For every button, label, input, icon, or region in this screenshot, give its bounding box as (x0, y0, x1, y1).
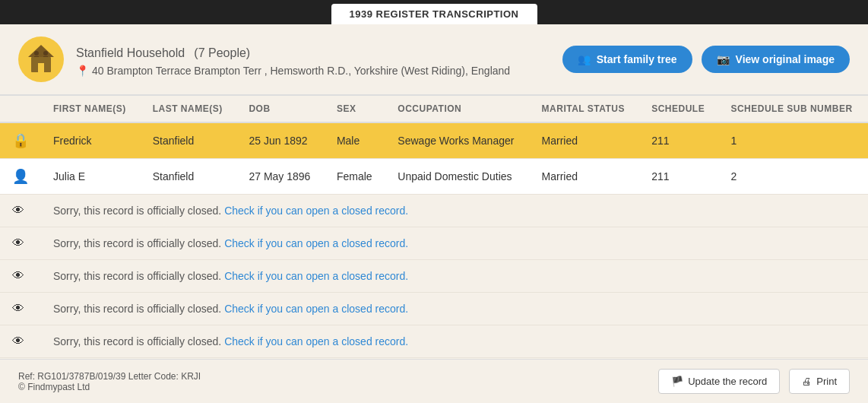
col-occupation: Occupation (385, 96, 529, 123)
flag-icon: 🏴 (671, 376, 683, 387)
row-icon: 👤 (0, 159, 41, 195)
table-row: 👤 Julia E Stanfield 27 May 1896 Female U… (0, 159, 868, 195)
svg-marker-1 (28, 45, 54, 57)
col-marital-status: Marital Status (530, 96, 640, 123)
svg-rect-6 (43, 56, 48, 57)
table-body: 🔒 Fredrick Stanfield 25 Jun 1892 Male Se… (0, 122, 868, 358)
table-row: 👁 Sorry, this record is officially close… (0, 195, 868, 227)
view-original-image-button[interactable]: 📷 View original image (702, 46, 850, 73)
print-button[interactable]: 🖨 Print (789, 369, 850, 394)
closed-record-cell: Sorry, this record is officially closed.… (41, 195, 868, 227)
person-icon: 👤 (12, 169, 29, 184)
eye-icon: 👁 (12, 269, 24, 282)
household-name: Stanfield Household (7 People) (76, 42, 510, 62)
first-name-cell: Fredrick (41, 122, 141, 159)
col-last-name: Last Name(s) (141, 96, 237, 123)
marital-status-cell: Married (530, 159, 640, 195)
last-name-cell: Stanfield (141, 159, 237, 195)
row-icon: 👁 (0, 293, 41, 325)
household-icon (18, 36, 64, 82)
eye-icon: 👁 (12, 302, 24, 315)
eye-icon: 👁 (12, 335, 24, 347)
closed-record-cell: Sorry, this record is officially closed.… (41, 293, 868, 325)
eye-icon: 👁 (12, 204, 24, 217)
schedule-sub-cell: 1 (718, 122, 868, 159)
marital-status-cell: Married (530, 122, 640, 159)
start-family-tree-button[interactable]: 👥 Start family tree (562, 46, 692, 73)
header-buttons: 👥 Start family tree 📷 View original imag… (562, 46, 850, 73)
update-record-button[interactable]: 🏴 Update the record (658, 369, 780, 394)
col-schedule-sub: Schedule Sub Number (718, 96, 868, 123)
occupation-cell: Sewage Works Manager (385, 122, 529, 159)
sex-cell: Female (325, 159, 385, 195)
row-icon: 👁 (0, 227, 41, 260)
closed-record-cell: Sorry, this record is officially closed.… (41, 325, 868, 358)
printer-icon: 🖨 (802, 376, 812, 387)
check-closed-record-link[interactable]: Check if you can open a closed record. (224, 270, 408, 282)
household-info: Stanfield Household (7 People) 📍 40 Bram… (76, 42, 510, 77)
row-icon: 👁 (0, 195, 41, 227)
schedule-cell: 211 (639, 159, 718, 195)
top-tab: 1939 REGISTER TRANSCRIPTION (331, 4, 537, 24)
col-dob: DOB (236, 96, 324, 123)
closed-record-cell: Sorry, this record is officially closed.… (41, 260, 868, 293)
lock-icon: 🔒 (12, 133, 29, 148)
col-first-name: First Name(s) (41, 96, 141, 123)
closed-record-cell: Sorry, this record is officially closed.… (41, 227, 868, 260)
sex-cell: Male (325, 122, 385, 159)
location-icon: 📍 (76, 65, 89, 77)
dob-cell: 25 Jun 1892 (236, 122, 324, 159)
household-count: (7 People) (194, 46, 250, 59)
row-icon: 👁 (0, 260, 41, 293)
check-closed-record-link[interactable]: Check if you can open a closed record. (224, 237, 408, 249)
table-row: 👁 Sorry, this record is officially close… (0, 260, 868, 293)
table-row: 👁 Sorry, this record is officially close… (0, 293, 868, 325)
family-tree-icon: 👥 (578, 53, 591, 65)
table-row: 👁 Sorry, this record is officially close… (0, 227, 868, 260)
check-closed-record-link[interactable]: Check if you can open a closed record. (224, 205, 408, 217)
header-section: Stanfield Household (7 People) 📍 40 Bram… (0, 24, 868, 95)
occupation-cell: Unpaid Domestic Duties (385, 159, 529, 195)
footer-right: 🏴 Update the record 🖨 Print (658, 369, 850, 394)
records-table: First Name(s) Last Name(s) DOB Sex Occup… (0, 95, 868, 358)
header-left: Stanfield Household (7 People) 📍 40 Bram… (18, 36, 510, 82)
ref-text: Ref: RG101/3787B/019/39 Letter Code: KRJ… (18, 371, 201, 382)
schedule-sub-cell: 2 (718, 159, 868, 195)
camera-icon: 📷 (717, 53, 730, 65)
table-header: First Name(s) Last Name(s) DOB Sex Occup… (0, 96, 868, 123)
footer-left: Ref: RG101/3787B/019/39 Letter Code: KRJ… (18, 371, 201, 392)
footer-section: Ref: RG101/3787B/019/39 Letter Code: KRJ… (0, 359, 868, 403)
last-name-cell: Stanfield (141, 122, 237, 159)
col-sex: Sex (325, 96, 385, 123)
col-icon (0, 96, 41, 123)
eye-icon: 👁 (12, 236, 24, 249)
dob-cell: 27 May 1896 (236, 159, 324, 195)
copyright-text: © Findmypast Ltd (18, 382, 201, 392)
svg-point-4 (43, 51, 48, 56)
check-closed-record-link[interactable]: Check if you can open a closed record. (224, 335, 408, 347)
first-name-cell: Julia E (41, 159, 141, 195)
svg-rect-5 (34, 56, 39, 57)
check-closed-record-link[interactable]: Check if you can open a closed record. (224, 303, 408, 315)
table-section: First Name(s) Last Name(s) DOB Sex Occup… (0, 95, 868, 358)
svg-rect-2 (38, 63, 44, 72)
top-bar: 1939 REGISTER TRANSCRIPTION (0, 0, 868, 24)
table-row: 👁 Sorry, this record is officially close… (0, 325, 868, 358)
address: 📍 40 Brampton Terrace Brampton Terr , He… (76, 65, 510, 77)
schedule-cell: 211 (639, 122, 718, 159)
table-row: 🔒 Fredrick Stanfield 25 Jun 1892 Male Se… (0, 122, 868, 159)
col-schedule: Schedule (639, 96, 718, 123)
svg-point-3 (34, 51, 39, 56)
row-icon: 🔒 (0, 122, 41, 159)
row-icon: 👁 (0, 325, 41, 358)
